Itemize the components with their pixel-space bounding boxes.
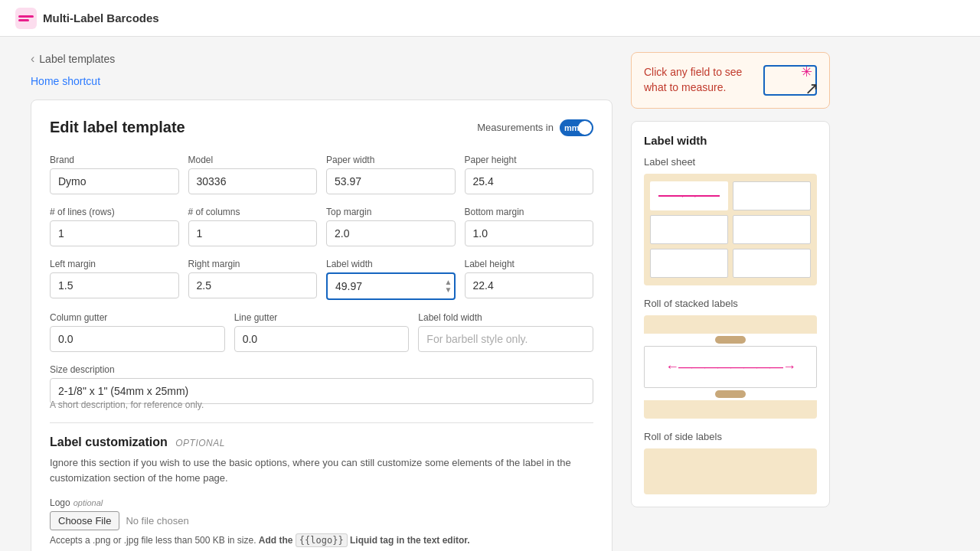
customization-section: Label customization OPTIONAL Ignore this… bbox=[50, 435, 593, 551]
roll-bottom-knob bbox=[715, 390, 746, 398]
back-arrow-icon: ‹ bbox=[31, 52, 34, 66]
roll-top-knob bbox=[715, 336, 746, 344]
info-text: Click any field to see what to measure. bbox=[644, 65, 754, 95]
label-height-group: Label height bbox=[465, 259, 594, 300]
roll-arrow-icon: ←————————→ bbox=[665, 359, 795, 375]
liquid-tag: {{logo}} bbox=[296, 533, 348, 547]
diagram-section: Label width Label sheet Roll of stacked … bbox=[631, 121, 830, 507]
bottom-margin-group: Bottom margin bbox=[465, 207, 594, 246]
app-title: Multi-Label Barcodes bbox=[43, 11, 159, 24]
roll-side-subtitle: Roll of side labels bbox=[644, 431, 817, 442]
form-row-lines: # of lines (rows) # of columns Top margi… bbox=[50, 207, 593, 246]
form-row-gutters: Column gutter Line gutter Label fold wid… bbox=[50, 312, 593, 352]
paper-height-label: Paper height bbox=[465, 155, 594, 165]
label-width-input[interactable] bbox=[326, 272, 456, 300]
lines-rows-label: # of lines (rows) bbox=[50, 207, 179, 217]
column-gutter-label: Column gutter bbox=[50, 312, 225, 323]
file-hint-add: Add the bbox=[259, 535, 293, 546]
top-margin-group: Top margin bbox=[326, 207, 456, 246]
customization-desc: Ignore this section if you wish to use t… bbox=[50, 455, 593, 485]
label-sheet-diagram bbox=[644, 174, 817, 285]
measurements-toggle: Measurements in mm bbox=[477, 119, 593, 136]
sheet-cell-2 bbox=[650, 215, 728, 244]
roll-side-diagram bbox=[644, 448, 817, 494]
line-gutter-group: Line gutter bbox=[234, 312, 410, 352]
bottom-margin-input[interactable] bbox=[465, 220, 594, 246]
form-row-size-desc: Size description bbox=[50, 364, 593, 404]
sheet-cell-active bbox=[650, 181, 728, 210]
left-panel: ‹ Label templates Home shortcut Edit lab… bbox=[31, 52, 612, 551]
roll-stacked-subtitle: Roll of stacked labels bbox=[644, 298, 817, 309]
breadcrumb-link[interactable]: Label templates bbox=[39, 53, 115, 65]
svg-rect-2 bbox=[18, 19, 29, 21]
app-header: Multi-Label Barcodes bbox=[0, 0, 980, 37]
home-shortcut-link[interactable]: Home shortcut bbox=[31, 75, 612, 87]
unit-toggle[interactable]: mm bbox=[560, 119, 593, 136]
paper-width-group: Paper width bbox=[326, 155, 456, 194]
right-panel: Click any field to see what to measure. … bbox=[631, 52, 830, 551]
toggle-unit-label: mm bbox=[564, 123, 580, 132]
svg-rect-0 bbox=[15, 8, 37, 29]
form-row-margins: Left margin Right margin Label width ▲ ▼ bbox=[50, 259, 593, 300]
file-hint-suffix: Liquid tag in the text editor. bbox=[350, 535, 470, 546]
label-height-input[interactable] bbox=[465, 272, 594, 298]
brand-group: Brand bbox=[50, 155, 179, 194]
paper-height-input[interactable] bbox=[465, 168, 594, 194]
customization-title: Label customization OPTIONAL bbox=[50, 435, 593, 449]
label-width-label: Label width bbox=[326, 259, 456, 269]
optional-label: OPTIONAL bbox=[175, 438, 225, 448]
label-fold-width-label: Label fold width bbox=[418, 312, 593, 323]
model-group: Model bbox=[188, 155, 318, 194]
logo-section: Logo optional Choose File No file chosen… bbox=[50, 497, 593, 547]
toggle-knob bbox=[578, 121, 592, 135]
line-gutter-input[interactable] bbox=[234, 326, 410, 352]
column-gutter-input[interactable] bbox=[50, 326, 225, 352]
top-margin-label: Top margin bbox=[326, 207, 456, 217]
breadcrumb: ‹ Label templates bbox=[31, 52, 612, 66]
left-margin-group: Left margin bbox=[50, 259, 179, 300]
label-width-group: Label width ▲ ▼ bbox=[326, 259, 456, 300]
right-margin-label: Right margin bbox=[188, 259, 318, 269]
logo-label-row: Logo optional bbox=[50, 497, 593, 508]
sparkle-icon: ✳ bbox=[801, 64, 812, 80]
columns-label: # of columns bbox=[188, 207, 318, 217]
form-row-brand: Brand Model Paper width Paper height bbox=[50, 155, 593, 194]
app-logo: Multi-Label Barcodes bbox=[15, 8, 159, 29]
roll-stacked-diagram: ←————————→ bbox=[644, 315, 817, 419]
form-title: Edit label template bbox=[50, 119, 185, 136]
lines-rows-group: # of lines (rows) bbox=[50, 207, 179, 246]
file-input-row: Choose File No file chosen bbox=[50, 511, 593, 530]
stepper-down-button[interactable]: ▼ bbox=[445, 286, 452, 294]
paper-width-input[interactable] bbox=[326, 168, 456, 194]
paper-height-group: Paper height bbox=[465, 155, 594, 194]
top-margin-input[interactable] bbox=[326, 220, 456, 246]
label-sheet-subtitle: Label sheet bbox=[644, 156, 817, 168]
form-card: Edit label template Measurements in mm B… bbox=[31, 99, 612, 551]
columns-input[interactable] bbox=[188, 220, 318, 246]
column-gutter-group: Column gutter bbox=[50, 312, 225, 352]
label-fold-width-input[interactable] bbox=[418, 326, 593, 352]
paper-width-label: Paper width bbox=[326, 155, 456, 165]
logo-svg bbox=[15, 8, 37, 29]
roll-bottom-strip bbox=[644, 400, 817, 419]
main-container: ‹ Label templates Home shortcut Edit lab… bbox=[0, 37, 980, 551]
divider bbox=[50, 422, 593, 423]
right-margin-input[interactable] bbox=[188, 272, 318, 298]
no-file-text: No file chosen bbox=[126, 515, 188, 527]
label-width-stepper: ▲ ▼ bbox=[326, 272, 456, 300]
brand-label: Brand bbox=[50, 155, 179, 165]
left-margin-input[interactable] bbox=[50, 272, 179, 298]
stepper-buttons: ▲ ▼ bbox=[445, 279, 452, 294]
info-box: Click any field to see what to measure. … bbox=[631, 52, 830, 109]
label-height-label: Label height bbox=[465, 259, 594, 269]
model-input[interactable] bbox=[188, 168, 318, 194]
cursor-icon: ↗ bbox=[805, 79, 818, 99]
logo-optional-label: optional bbox=[74, 498, 103, 507]
sheet-cell-1 bbox=[733, 181, 811, 210]
measure-icon-box: ✳ ↗ bbox=[763, 65, 817, 96]
diagram-title: Label width bbox=[644, 134, 817, 147]
sheet-cell-4 bbox=[650, 249, 728, 278]
lines-rows-input[interactable] bbox=[50, 220, 179, 246]
choose-file-button[interactable]: Choose File bbox=[50, 511, 119, 530]
brand-input[interactable] bbox=[50, 168, 179, 194]
